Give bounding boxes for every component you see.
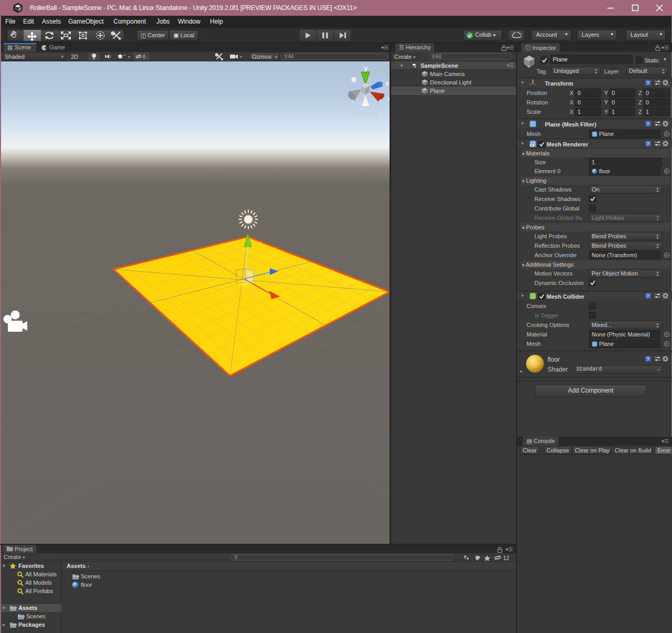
svg-text:▾: ▾ [128, 55, 130, 59]
svg-text:⊲ Persp: ⊲ Persp [354, 110, 379, 118]
svg-text:12: 12 [503, 555, 509, 561]
svg-text:z: z [385, 79, 389, 87]
svg-text:y: y [364, 64, 368, 72]
svg-text:?: ? [647, 80, 649, 86]
svg-text:?: ? [647, 293, 649, 299]
svg-text:?: ? [647, 356, 649, 362]
svg-text:?: ? [647, 141, 649, 146]
svg-text:?: ? [647, 121, 649, 126]
svg-text:▾: ▾ [240, 55, 242, 59]
svg-text:0: 0 [143, 54, 145, 59]
